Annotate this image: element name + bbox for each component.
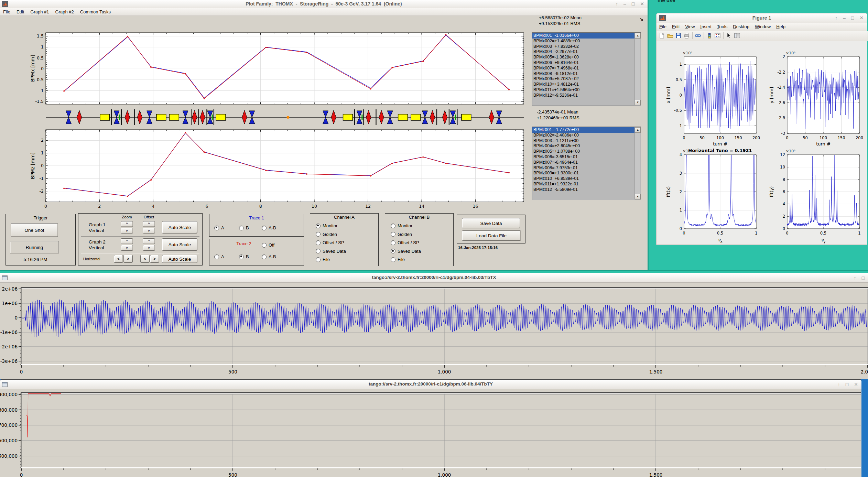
list-item[interactable]: BPMx006=+9.8164e-01 bbox=[532, 60, 635, 66]
list-item[interactable]: BPMz006=-3.6515e-01 bbox=[532, 154, 635, 160]
radio-circle[interactable] bbox=[391, 249, 395, 253]
menu-graph-2[interactable]: Graph #2 bbox=[52, 8, 77, 15]
graph2-auto-scale-button[interactable]: Auto Scale bbox=[162, 238, 197, 251]
list-item[interactable]: BPMz010=+6.8539e-01 bbox=[532, 176, 635, 182]
list-item[interactable]: BPMx008=-9.1812e-01 bbox=[532, 71, 635, 77]
channel-b-radio-golden[interactable]: Golden bbox=[391, 232, 412, 237]
minimize-button[interactable]: – bbox=[843, 15, 846, 21]
channel-a-radio-offset-sp[interactable]: Offset / SP bbox=[316, 240, 344, 245]
insert-legend-icon[interactable] bbox=[714, 32, 721, 40]
scrollbar-down-button[interactable]: ▼ bbox=[635, 100, 641, 105]
figure-menu-edit[interactable]: Edit bbox=[669, 23, 682, 30]
list-item[interactable]: BPMz011=+1.9322e-01 bbox=[532, 182, 635, 187]
graph1-offset-up-button[interactable]: ^ bbox=[143, 221, 155, 227]
list-item[interactable]: BPMx010=+3.4812e-01 bbox=[532, 82, 635, 87]
restore-button[interactable]: ↑ bbox=[616, 1, 618, 7]
tbty-titlebar[interactable]: tango://srv-2.thomx.fr:20000/ri-c1/dg/bp… bbox=[0, 380, 861, 389]
trace2-radio-ab[interactable]: A-B bbox=[262, 254, 276, 259]
channel-a-radio-saved-data[interactable]: Saved Data bbox=[316, 249, 346, 254]
print-figure-icon[interactable] bbox=[683, 32, 691, 40]
menu-edit[interactable]: Edit bbox=[13, 8, 27, 15]
horizontal-offset-left-button[interactable]: < bbox=[140, 255, 150, 263]
channel-a-radio-monitor[interactable]: Monitor bbox=[316, 223, 337, 228]
radio-circle[interactable] bbox=[262, 243, 267, 248]
trace1-radio-ab[interactable]: A-B bbox=[262, 225, 276, 230]
maximize-button[interactable]: □ bbox=[851, 15, 854, 21]
running-button[interactable]: Running bbox=[10, 241, 59, 253]
channel-a-radio-golden[interactable]: Golden bbox=[316, 232, 337, 237]
list-item[interactable]: BPMx003=+7.8332e-02 bbox=[532, 44, 635, 50]
scrollbar-up-button[interactable]: ▲ bbox=[635, 127, 641, 133]
graph2-offset-down-button[interactable]: v bbox=[143, 245, 155, 251]
radio-circle[interactable] bbox=[391, 257, 395, 262]
list-item[interactable]: BPMx009=+5.7087e-02 bbox=[532, 76, 635, 82]
new-figure-icon[interactable] bbox=[658, 32, 666, 40]
menu-file[interactable]: File bbox=[0, 8, 13, 15]
radio-circle[interactable] bbox=[316, 240, 321, 245]
bpmz-graph[interactable]: 0246810121416-2-1012BPMz [mm] bbox=[30, 129, 532, 212]
tbty-plot[interactable]: 900,000800,000700,000600,000500,00005001… bbox=[0, 389, 861, 477]
trace2-radio-off[interactable]: Off bbox=[262, 242, 274, 248]
radio-circle[interactable] bbox=[214, 254, 219, 259]
figure-menu-desktop[interactable]: Desktop bbox=[730, 23, 752, 30]
graph1-zoom-down-button[interactable]: v bbox=[121, 228, 133, 234]
radio-circle[interactable] bbox=[214, 226, 219, 230]
save-figure-icon[interactable] bbox=[675, 32, 682, 40]
close-button[interactable]: ✕ bbox=[854, 382, 858, 387]
trace1-radio-b[interactable]: B bbox=[239, 225, 249, 230]
trace2-radio-b[interactable]: B bbox=[239, 254, 249, 259]
figure-menu-view[interactable]: View bbox=[682, 23, 697, 30]
restore-button[interactable]: ↑ bbox=[854, 275, 856, 281]
radio-circle[interactable] bbox=[239, 226, 244, 230]
main-window-titlebar[interactable]: Plot Family: THOMX - StorageRing - 50e-3… bbox=[0, 0, 648, 9]
list-item[interactable]: BPMz002=-2.4086e+00 bbox=[532, 133, 635, 138]
trace2-radio-a[interactable]: A bbox=[214, 254, 224, 259]
trace1-radio-a[interactable]: A bbox=[214, 225, 224, 230]
figure-menu-help[interactable]: Help bbox=[773, 23, 788, 30]
minimize-button[interactable]: – bbox=[623, 1, 626, 7]
graph2-zoom-down-button[interactable]: v bbox=[121, 245, 133, 251]
horizontal-zoom-left-button[interactable]: < bbox=[114, 255, 123, 263]
list-item[interactable]: BPMx004=-2.2977e-01 bbox=[532, 49, 635, 55]
horizontal-offset-right-button[interactable]: > bbox=[150, 255, 159, 263]
radio-circle[interactable] bbox=[316, 257, 321, 262]
bpmx-graph[interactable]: -1.5-1-0.500.511.5BPMx [mm] bbox=[30, 26, 532, 109]
radio-circle[interactable] bbox=[391, 232, 395, 237]
figure-menu-window[interactable]: Window bbox=[752, 23, 773, 30]
list-item[interactable]: BPMz012=-5.5809e-01 bbox=[532, 187, 635, 193]
maximize-button[interactable]: □ bbox=[846, 382, 848, 387]
link-plot-icon[interactable] bbox=[694, 32, 702, 40]
maximize-button[interactable]: □ bbox=[632, 1, 634, 7]
maximize-button[interactable]: □ bbox=[862, 275, 865, 281]
horizontal-zoom-right-button[interactable]: > bbox=[123, 255, 133, 263]
scrollbar[interactable]: ▲▼ bbox=[634, 33, 640, 105]
radio-circle[interactable] bbox=[391, 240, 395, 245]
graph1-zoom-up-button[interactable]: ^ bbox=[121, 221, 133, 227]
figure1-axes-canvas[interactable]: 050100150200-1-0.500.51×10⁶x [mm]turn #0… bbox=[657, 41, 867, 244]
radio-circle[interactable] bbox=[316, 232, 321, 237]
channel-b-radio-saved-data[interactable]: Saved Data bbox=[391, 249, 421, 254]
graph2-zoom-up-button[interactable]: ^ bbox=[121, 238, 133, 244]
edit-pointer-icon[interactable] bbox=[725, 32, 733, 40]
list-item[interactable]: BPMx012=-9.5236e-01 bbox=[532, 93, 635, 98]
radio-circle[interactable] bbox=[316, 224, 321, 228]
list-item[interactable]: BPMz003=-1.1211e+00 bbox=[532, 138, 635, 144]
figure-menu-tools[interactable]: Tools bbox=[714, 23, 730, 30]
menu-common-tasks[interactable]: Common Tasks bbox=[77, 8, 114, 15]
graph1-auto-scale-button[interactable]: Auto Scale bbox=[162, 221, 197, 234]
open-file-icon[interactable] bbox=[666, 32, 674, 40]
figure-dock-arrow[interactable]: ↘ bbox=[640, 17, 643, 22]
list-item[interactable]: BPMx001=-1.0166e+00 bbox=[532, 33, 635, 39]
list-item[interactable]: BPMz009=+1.9300e-01 bbox=[532, 171, 635, 176]
insert-colorbar-icon[interactable] bbox=[706, 32, 713, 40]
list-item[interactable]: BPMz004=+2.6045e+00 bbox=[532, 143, 635, 149]
restore-button[interactable]: ↑ bbox=[838, 382, 840, 387]
scrollbar-up-button[interactable]: ▲ bbox=[635, 33, 641, 39]
tbtx-plot[interactable]: 2e+061e+060-1e+06-2e+06-3e+0605001.0001.… bbox=[0, 282, 868, 379]
list-item[interactable]: BPMz005=+1.0788e+00 bbox=[532, 149, 635, 154]
radio-circle[interactable] bbox=[239, 254, 244, 259]
channel-b-radio-file[interactable]: File bbox=[391, 257, 405, 262]
list-item[interactable]: BPMx002=+1.4889e+00 bbox=[532, 39, 635, 44]
list-item[interactable]: BPMz001=-1.7772e+00 bbox=[532, 127, 635, 133]
close-button[interactable]: ✕ bbox=[640, 1, 644, 7]
